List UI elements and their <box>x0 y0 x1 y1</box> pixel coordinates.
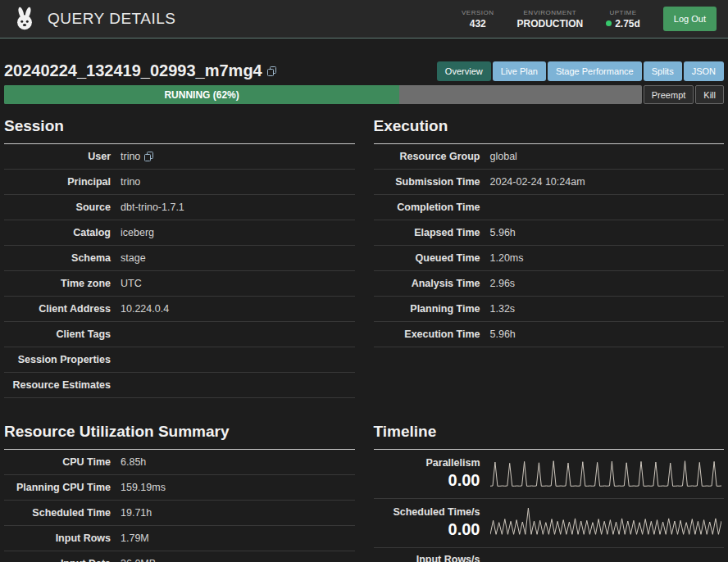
table-row: Usertrino <box>4 144 355 170</box>
session-table: UsertrinoPrincipaltrinoSourcedbt-trino-1… <box>4 144 355 398</box>
progress-row: RUNNING (62%) Preempt Kill <box>4 85 724 104</box>
sections-grid: Session UsertrinoPrincipaltrinoSourcedbt… <box>4 117 724 562</box>
table-row: Completion Time <box>374 195 725 220</box>
tab-splits[interactable]: Splits <box>644 61 682 81</box>
table-row: Input Data36.0MB <box>4 551 355 562</box>
row-label: Resource Group <box>374 151 480 162</box>
main-content: 20240224_132419_02993_m7mg4 OverviewLive… <box>0 61 728 562</box>
timeline-label: Scheduled Time/s <box>374 506 480 518</box>
execution-section: Execution Resource GroupglobalSubmission… <box>374 117 725 398</box>
row-value: UTC <box>111 278 142 289</box>
row-label: Catalog <box>4 227 111 238</box>
row-label: Client Address <box>4 303 111 315</box>
row-value: 159.19ms <box>111 482 166 493</box>
table-row: Client Tags <box>4 322 355 347</box>
table-row: Execution Time5.96h <box>374 322 725 347</box>
table-row: Resource Groupglobal <box>374 144 725 170</box>
timeline-table: Parallelism0.00Scheduled Time/s0.00Input… <box>374 450 725 562</box>
row-label: User <box>4 151 111 162</box>
timeline-row-head: Scheduled Time/s0.00 <box>374 506 480 539</box>
query-progress-bar: RUNNING (62%) <box>4 85 642 104</box>
page-title: QUERY DETAILS <box>48 10 175 28</box>
row-label: Schema <box>4 252 111 264</box>
stat-value: PRODUCTION <box>517 18 584 29</box>
timeline-value: 0.00 <box>374 520 480 539</box>
row-value: 19.71h <box>111 507 152 519</box>
row-label: Input Data <box>4 558 111 562</box>
row-value: 6.85h <box>111 456 146 468</box>
logout-button[interactable]: Log Out <box>663 7 717 31</box>
execution-table: Resource GroupglobalSubmission Time2024-… <box>374 144 725 347</box>
table-row: Resource Estimates <box>4 373 355 398</box>
copy-icon[interactable] <box>267 66 276 76</box>
row-value: 2.96s <box>480 278 516 289</box>
row-value: 2024-02-24 10:24am <box>480 176 585 188</box>
table-row: Session Properties <box>4 347 355 373</box>
row-label: Principal <box>4 176 111 188</box>
row-value: 1.20ms <box>480 252 524 264</box>
row-label: Input Rows <box>4 533 111 544</box>
row-label: CPU Time <box>4 456 111 468</box>
stat-label: ENVIRONMENT <box>517 9 584 16</box>
row-value: 5.96h <box>480 227 516 238</box>
session-section: Session UsertrinoPrincipaltrinoSourcedbt… <box>4 117 355 398</box>
timeline-row: Scheduled Time/s0.00 <box>374 499 725 548</box>
uptime-status-dot <box>606 20 612 26</box>
query-details-page: QUERY DETAILS VERSION432ENVIRONMENTPRODU… <box>0 0 728 562</box>
row-value: global <box>480 151 517 162</box>
timeline-row: Parallelism0.00 <box>374 450 725 499</box>
table-row: Principaltrino <box>4 170 355 195</box>
tab-live-plan[interactable]: Live Plan <box>493 61 546 81</box>
row-label: Planning Time <box>374 303 480 315</box>
stat-label: VERSION <box>462 9 494 16</box>
query-header-row: 20240224_132419_02993_m7mg4 OverviewLive… <box>4 61 724 81</box>
row-value: trino <box>111 151 153 162</box>
row-label: Source <box>4 202 111 213</box>
copy-icon[interactable] <box>144 152 153 161</box>
progress-fill: RUNNING (62%) <box>4 85 399 104</box>
timeline-value: 0.00 <box>374 471 480 490</box>
row-value: stage <box>111 252 146 264</box>
header-stats: VERSION432ENVIRONMENTPRODUCTIONUPTIME2.7… <box>462 9 640 29</box>
preempt-button[interactable]: Preempt <box>644 85 694 104</box>
row-label: Resource Estimates <box>4 379 111 391</box>
row-label: Client Tags <box>4 329 111 340</box>
stat-value: 432 <box>462 18 494 29</box>
table-row: Planning Time1.32s <box>374 297 725 322</box>
row-label: Submission Time <box>374 176 480 188</box>
timeline-row-head: Parallelism0.00 <box>374 457 480 490</box>
table-row: Input Rows1.79M <box>4 526 355 551</box>
query-id: 20240224_132419_02993_m7mg4 <box>4 61 262 80</box>
row-label: Analysis Time <box>374 278 480 289</box>
trino-bunny-logo-icon[interactable] <box>11 6 38 32</box>
resource-table: CPU Time6.85hPlanning CPU Time159.19msSc… <box>4 450 355 562</box>
row-value: iceberg <box>111 227 154 238</box>
timeline-label: Input Rows/s <box>374 554 480 562</box>
stat-uptime: UPTIME2.75d <box>606 9 640 29</box>
table-row: Time zoneUTC <box>4 271 355 297</box>
resource-utilization-section: Resource Utilization Summary CPU Time6.8… <box>4 423 355 562</box>
header: QUERY DETAILS VERSION432ENVIRONMENTPRODU… <box>0 0 728 39</box>
timeline-label: Parallelism <box>374 457 480 469</box>
tab-stage-performance[interactable]: Stage Performance <box>548 61 642 81</box>
table-row: Schemastage <box>4 246 355 271</box>
stat-value: 2.75d <box>606 18 640 29</box>
row-value: 1.79M <box>111 533 149 544</box>
timeline-row-head: Input Rows/s <box>374 554 480 562</box>
row-label: Completion Time <box>374 202 480 213</box>
row-value: trino <box>111 176 140 188</box>
tab-json[interactable]: JSON <box>684 61 724 81</box>
row-label: Scheduled Time <box>4 507 111 519</box>
row-value: 10.224.0.4 <box>111 303 169 315</box>
row-label: Execution Time <box>374 329 480 340</box>
tab-bar: OverviewLive PlanStage PerformanceSplits… <box>437 61 724 81</box>
row-label: Elapsed Time <box>374 227 480 238</box>
tab-overview[interactable]: Overview <box>437 61 491 81</box>
sparkline-chart <box>480 505 725 541</box>
table-row: Elapsed Time5.96h <box>374 220 725 246</box>
table-row: CPU Time6.85h <box>4 450 355 475</box>
section-title-execution: Execution <box>374 117 725 144</box>
table-row: Sourcedbt-trino-1.7.1 <box>4 195 355 220</box>
row-value: 5.96h <box>480 329 516 340</box>
kill-button[interactable]: Kill <box>695 85 724 104</box>
